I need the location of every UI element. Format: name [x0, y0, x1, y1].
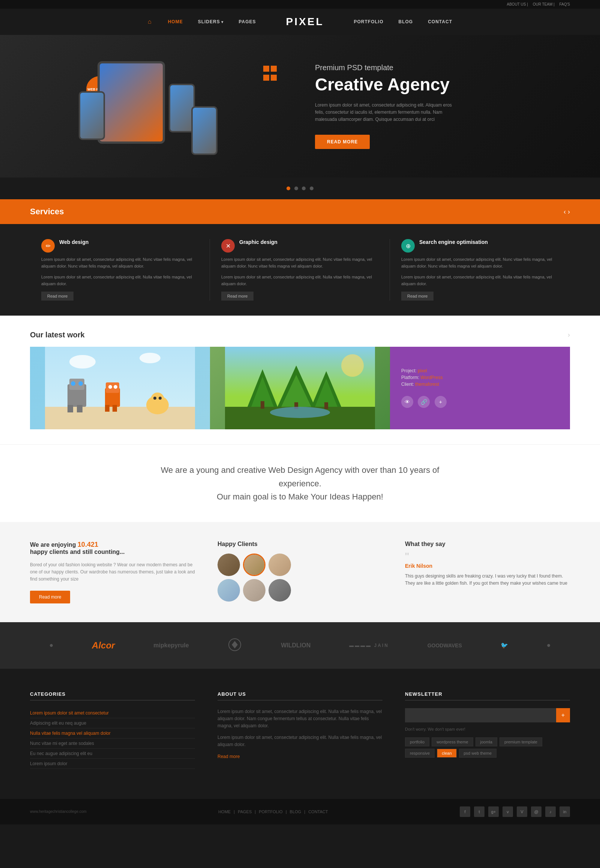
social-googleplus[interactable]: g+: [488, 806, 499, 817]
tagline-section: We are a young and creative Web Design A…: [0, 444, 600, 522]
footer-grid: CATEGORIES Lorem ipsum dolor sit amet co…: [30, 691, 570, 769]
home-icon: ⌂: [148, 18, 152, 25]
services-header: Services ‹ ›: [0, 199, 600, 224]
tag-responsive[interactable]: responsive: [405, 749, 435, 758]
nav-sliders[interactable]: SLIDERS: [198, 19, 224, 24]
svg-point-19: [139, 353, 161, 363]
brand-jain[interactable]: ▬▬▬▬ JAIN: [349, 643, 389, 648]
nav-home[interactable]: HOME: [168, 19, 183, 24]
tag-joomla[interactable]: joomla: [476, 737, 497, 746]
nav-portfolio[interactable]: PORTFOLIO: [354, 19, 383, 24]
service-desc-graphic: Lorem ipsum dolor sit amet, consectetur …: [221, 256, 378, 269]
svg-point-10: [108, 385, 112, 389]
service-card-graphic: ✕ Graphic design Lorem ipsum dolor sit a…: [210, 239, 390, 301]
service-desc-seo: Lorem ipsum dolor sit amet, consectetur …: [401, 256, 559, 269]
stats-description: Bored of your old fashion looking websit…: [30, 561, 195, 583]
hero-description: Lorem ipsum dolor sit amet, consectetur …: [315, 102, 458, 123]
tag-psd-web-theme[interactable]: psd web theme: [459, 749, 497, 758]
service-readmore-webdesign[interactable]: Read more: [41, 292, 74, 301]
newsletter-submit-button[interactable]: +: [556, 708, 570, 722]
slider-dot-3[interactable]: [302, 187, 306, 190]
brands-next[interactable]: ●: [547, 641, 551, 649]
footer-bottom-home[interactable]: HOME: [218, 809, 230, 814]
tag-wordpress-theme[interactable]: wordpress theme: [432, 737, 473, 746]
svg-rect-28: [261, 401, 264, 409]
webdesign-icon: ✏: [41, 239, 55, 252]
svg-rect-30: [324, 402, 328, 409]
brand-bird[interactable]: 🐦: [501, 642, 508, 649]
footer-newsletter: NEWSLETTER + Don't worry. We don't spam …: [405, 691, 570, 769]
footer-cat-4[interactable]: Nunc vitae mi eget ante sodales: [30, 739, 195, 749]
brand-pixel[interactable]: [227, 637, 242, 654]
footer-cat-1[interactable]: Lorem ipsum dolor sit amet consectetur: [30, 708, 195, 718]
slider-dot-1[interactable]: [286, 187, 290, 190]
footer-cat-2[interactable]: Adipiscing elit eu neq augue: [30, 718, 195, 728]
footer-bottom-portfolio[interactable]: PORTFOLIO: [259, 809, 282, 814]
footer-bottom-pages[interactable]: PAGES: [238, 809, 252, 814]
footer-social: f t g+ v V @ ♪ in: [460, 806, 570, 817]
social-facebook[interactable]: f: [460, 806, 470, 817]
portfolio-client-label: Client: themaforest: [401, 382, 559, 387]
stats-number: 10.421: [77, 541, 98, 548]
footer-about-read-more[interactable]: Read more: [218, 754, 239, 759]
social-vine[interactable]: V: [517, 806, 527, 817]
newsletter-note: Don't worry. We don't spam ever!: [405, 727, 570, 731]
portfolio-item-3[interactable]: Project: pixel Platform: WordPress Clien…: [390, 347, 570, 429]
svg-rect-9: [106, 382, 119, 393]
social-soundcloud[interactable]: ♪: [545, 806, 556, 817]
brand-wildlion[interactable]: WILDLION: [281, 642, 311, 649]
tag-premium-template[interactable]: premium template: [500, 737, 542, 746]
hero-section: WEB PSD EDU Premium PSD template: [0, 35, 600, 178]
tag-portfolio[interactable]: portfolio: [405, 737, 429, 746]
hero-read-more-button[interactable]: READ MORE: [315, 135, 370, 149]
footer-cat-5[interactable]: Eu nec augue adipiscing elit eu: [30, 749, 195, 759]
portfolio-item-1[interactable]: [30, 347, 210, 429]
service-desc2-webdesign: Lorem ipsum dolor sit amet, consectetur …: [41, 274, 198, 287]
newsletter-email-input[interactable]: [405, 708, 556, 722]
portfolio-eye-icon[interactable]: 👁: [401, 396, 413, 408]
footer-bottom-contact[interactable]: CONTACT: [308, 809, 328, 814]
graphic-icon: ✕: [221, 239, 235, 252]
stats-title: We are enjoying 10.421happy clients and …: [30, 541, 195, 555]
service-title-graphic: Graphic design: [221, 239, 378, 245]
stats-read-more-button[interactable]: Read more: [30, 591, 70, 603]
testimonial-title: What they say: [405, 541, 570, 547]
nav-pages[interactable]: PAGES: [238, 19, 256, 24]
team-link[interactable]: OUR TEAM: [533, 2, 553, 6]
social-vimeo[interactable]: v: [503, 806, 513, 817]
service-card-seo: ⊕ Search engine optimisation Lorem ipsum…: [390, 239, 570, 301]
svg-point-15: [151, 392, 164, 406]
footer-cat-3[interactable]: Nulla vitae felis magna vel aliquam dolo…: [30, 728, 195, 739]
portfolio-item-2[interactable]: [210, 347, 390, 429]
portfolio-nav-arrow[interactable]: ›: [568, 331, 570, 339]
stats-column: We are enjoying 10.421happy clients and …: [30, 541, 195, 603]
nav-blog[interactable]: BLOG: [398, 19, 413, 24]
service-readmore-seo[interactable]: Read more: [401, 292, 433, 301]
footer-bottom-blog[interactable]: BLOG: [290, 809, 302, 814]
client-avatar-2: [243, 553, 265, 576]
brand-mipkepyrule[interactable]: mipkepyrule: [153, 642, 189, 649]
social-twitter[interactable]: t: [474, 806, 485, 817]
decoration-squares: [262, 65, 277, 83]
services-prev-next[interactable]: ‹ ›: [564, 208, 570, 216]
slider-dot-2[interactable]: [294, 187, 298, 190]
nav-contact[interactable]: CONTACT: [428, 19, 452, 24]
brand-goodwaves[interactable]: GOODWAVES: [427, 643, 462, 649]
service-readmore-graphic[interactable]: Read more: [221, 292, 253, 301]
top-bar: ABOUT US | OUR TEAM | FAQ'S: [0, 0, 600, 9]
service-desc-webdesign: Lorem ipsum dolor sit amet, consectetur …: [41, 256, 198, 269]
tag-clean[interactable]: clean: [437, 749, 456, 758]
brand-alcor[interactable]: Alcor: [92, 640, 115, 651]
portfolio-link-icon[interactable]: 🔗: [418, 396, 430, 408]
about-link[interactable]: ABOUT US: [507, 2, 526, 6]
portfolio-zoom-icon[interactable]: +: [435, 396, 447, 408]
footer-about: ABOUT US Lorem ipsum dolor sit amet, con…: [218, 691, 382, 769]
client-avatar-3: [268, 553, 291, 576]
social-instagram[interactable]: @: [531, 806, 541, 817]
brands-prev[interactable]: ●: [49, 641, 53, 649]
svg-rect-7: [77, 405, 82, 412]
faq-link[interactable]: FAQ'S: [559, 2, 570, 6]
footer-cat-6[interactable]: Lorem ipsum dolor: [30, 759, 195, 769]
social-linkedin[interactable]: in: [559, 806, 570, 817]
slider-dot-4[interactable]: [310, 187, 314, 190]
